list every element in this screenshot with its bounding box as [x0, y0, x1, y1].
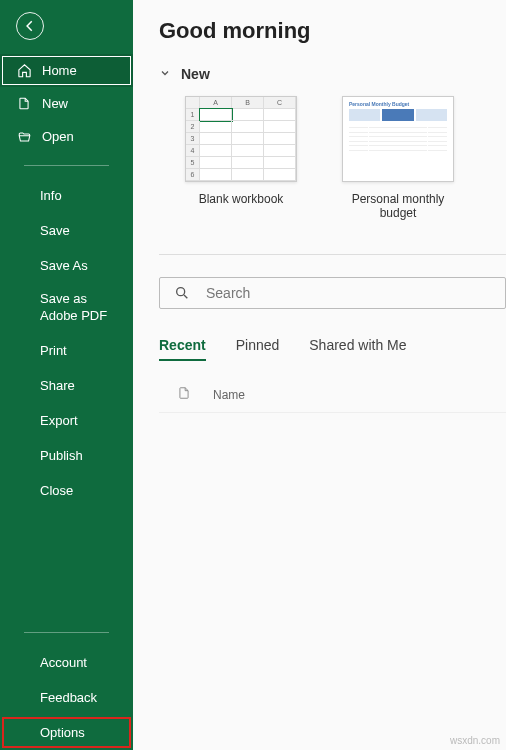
divider — [159, 254, 506, 255]
template-label: Personal monthly budget — [333, 192, 463, 220]
watermark: wsxdn.com — [450, 735, 500, 746]
new-section-toggle[interactable]: New — [159, 66, 506, 82]
sidebar-item-info[interactable]: Info — [0, 178, 133, 213]
sidebar-item-close[interactable]: Close — [0, 473, 133, 508]
list-header: Name — [159, 381, 506, 413]
sidebar-item-export[interactable]: Export — [0, 403, 133, 438]
sidebar-item-open[interactable]: Open — [0, 120, 133, 153]
svg-point-0 — [177, 288, 185, 296]
column-name: Name — [213, 388, 245, 402]
sidebar-item-options[interactable]: Options — [0, 715, 133, 750]
main-panel: Good morning New ABC 1 2 3 4 5 6 Blank w… — [133, 0, 506, 750]
backstage-sidebar: Home New Open Info Save Save As Save as … — [0, 0, 133, 750]
sidebar-item-home[interactable]: Home — [0, 54, 133, 87]
back-button[interactable] — [16, 12, 44, 40]
sidebar-item-save[interactable]: Save — [0, 213, 133, 248]
template-gallery: ABC 1 2 3 4 5 6 Blank workbook Personal … — [185, 96, 506, 220]
sidebar-divider — [24, 165, 109, 166]
greeting-title: Good morning — [159, 18, 506, 44]
tab-shared[interactable]: Shared with Me — [309, 337, 406, 361]
search-icon — [174, 285, 190, 301]
template-thumbnail: ABC 1 2 3 4 5 6 — [185, 96, 297, 182]
tab-recent[interactable]: Recent — [159, 337, 206, 361]
sidebar-divider — [24, 632, 109, 633]
sidebar-item-share[interactable]: Share — [0, 368, 133, 403]
file-icon — [177, 385, 191, 404]
template-blank-workbook[interactable]: ABC 1 2 3 4 5 6 Blank workbook — [185, 96, 297, 220]
template-label: Blank workbook — [199, 192, 284, 206]
open-icon — [16, 130, 32, 144]
template-thumbnail: Personal Monthly Budget — [342, 96, 454, 182]
search-input[interactable]: Search — [159, 277, 506, 309]
tab-pinned[interactable]: Pinned — [236, 337, 280, 361]
sidebar-item-save-as[interactable]: Save As — [0, 248, 133, 283]
sidebar-item-label: New — [42, 96, 68, 111]
home-icon — [16, 63, 32, 78]
sidebar-item-label: Home — [42, 63, 77, 78]
sidebar-item-publish[interactable]: Publish — [0, 438, 133, 473]
sidebar-item-feedback[interactable]: Feedback — [0, 680, 133, 715]
search-placeholder: Search — [206, 285, 250, 301]
arrow-left-icon — [23, 19, 37, 33]
sidebar-item-new[interactable]: New — [0, 87, 133, 120]
sidebar-item-label: Open — [42, 129, 74, 144]
template-personal-monthly-budget[interactable]: Personal Monthly Budget Personal monthly… — [333, 96, 463, 220]
chevron-down-icon — [159, 66, 171, 82]
sidebar-item-print[interactable]: Print — [0, 333, 133, 368]
sidebar-item-save-adobe-pdf[interactable]: Save as Adobe PDF — [0, 283, 133, 333]
section-label: New — [181, 66, 210, 82]
recent-tabs: Recent Pinned Shared with Me — [159, 337, 506, 361]
new-icon — [16, 96, 32, 111]
sidebar-item-account[interactable]: Account — [0, 645, 133, 680]
